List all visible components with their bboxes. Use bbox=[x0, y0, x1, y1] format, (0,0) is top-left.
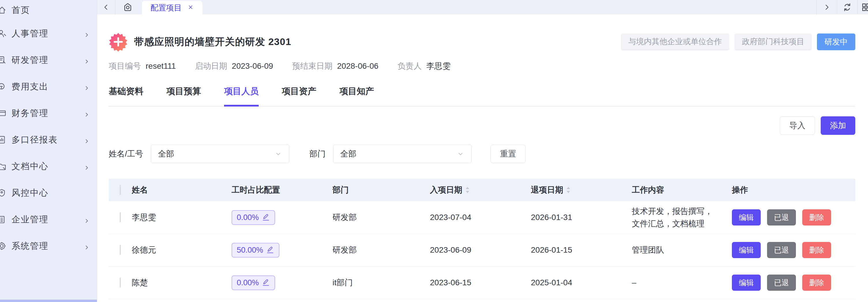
shield-eye-icon bbox=[0, 188, 7, 198]
tab-ip[interactable]: 项目知产 bbox=[339, 85, 374, 106]
tab-label: 配置项目 bbox=[151, 3, 182, 13]
sidebar-item-label: 系统管理 bbox=[11, 240, 49, 252]
sidebar-item-finance[interactable]: 财务管理 bbox=[0, 100, 97, 127]
chevron-down-icon bbox=[275, 150, 282, 158]
sidebar-item-label: 人事管理 bbox=[11, 28, 49, 39]
sidebar-item-home[interactable]: 首页 bbox=[0, 0, 97, 20]
delete-button[interactable]: 删除 bbox=[802, 242, 831, 258]
chevron-right-icon bbox=[84, 216, 90, 223]
project-header: 带感应照明的墙壁开关的研发 2301 与境内其他企业或单位合作 政府部门科技项目… bbox=[109, 32, 855, 51]
sidebar-item-hr[interactable]: 人事管理 bbox=[0, 20, 97, 47]
sidebar-item-rnd[interactable]: 研发管理 bbox=[0, 47, 97, 73]
sidebar-item-docs[interactable]: 文档中心 bbox=[0, 153, 97, 180]
tab-budget[interactable]: 项目预算 bbox=[166, 85, 201, 106]
close-icon[interactable] bbox=[187, 4, 194, 11]
select-all-checkbox[interactable] bbox=[120, 185, 121, 195]
status-badge: 研发中 bbox=[817, 33, 855, 50]
sidebar-item-system[interactable]: 系统管理 bbox=[0, 233, 97, 259]
tab-assets[interactable]: 项目资产 bbox=[282, 85, 316, 106]
dept-filter-value: 全部 bbox=[340, 148, 356, 159]
member-name: 徐德元 bbox=[132, 245, 231, 255]
row-checkbox[interactable] bbox=[120, 277, 121, 287]
main-content: 带感应照明的墙壁开关的研发 2301 与境内其他企业或单位合作 政府部门科技项目… bbox=[97, 15, 868, 302]
pencil-icon bbox=[266, 246, 274, 254]
percent-edit-pill[interactable]: 0.00% bbox=[231, 210, 275, 225]
folder-icon bbox=[0, 161, 7, 171]
work-content: 技术开发，报告撰写， 文件汇总，文档梳理 bbox=[632, 205, 732, 230]
percent-edit-pill[interactable]: 0.00% bbox=[231, 275, 275, 290]
project-code: reset111 bbox=[146, 61, 176, 71]
col-hours-percent: 工时占比配置 bbox=[231, 185, 333, 195]
home-tab-button[interactable] bbox=[115, 0, 140, 15]
join-date: 2023-06-09 bbox=[430, 245, 531, 255]
tab-basic-info[interactable]: 基础资料 bbox=[109, 85, 143, 106]
row-actions: 编辑 已退 删除 bbox=[732, 275, 855, 291]
join-date: 2023-06-15 bbox=[430, 278, 531, 287]
work-content: 管理团队 bbox=[632, 244, 732, 256]
member-dept: it部门 bbox=[333, 277, 430, 288]
pencil-icon bbox=[262, 213, 270, 221]
add-button[interactable]: 添加 bbox=[821, 116, 855, 135]
exit-date: 2026-01-31 bbox=[531, 213, 632, 222]
row-checkbox[interactable] bbox=[120, 212, 121, 222]
sidebar-item-label: 文档中心 bbox=[11, 161, 49, 172]
members-table: 姓名 工时占比配置 部门 入项日期 退项日期 工作内容 操作 李思雯 0.00%… bbox=[109, 179, 855, 299]
expected-end-date: 2028-06-06 bbox=[337, 61, 378, 71]
name-filter-select[interactable]: 全部 bbox=[151, 145, 289, 163]
chevron-right-icon bbox=[84, 30, 90, 37]
percent-edit-pill[interactable]: 50.00% bbox=[231, 243, 279, 257]
tab-configure-project[interactable]: 配置项目 bbox=[142, 1, 203, 15]
project-meta: 项目编号reset111 启动日期2023-06-09 预结束日期2028-06… bbox=[109, 61, 855, 72]
sort-icon[interactable] bbox=[566, 186, 571, 194]
col-work: 工作内容 bbox=[632, 185, 732, 195]
cooperation-badge: 与境内其他企业或单位合作 bbox=[621, 33, 729, 50]
apps-grid-icon[interactable] bbox=[858, 0, 868, 15]
edit-button[interactable]: 编辑 bbox=[732, 242, 761, 258]
row-actions: 编辑 已退 删除 bbox=[732, 209, 855, 225]
sidebar-item-reports[interactable]: 多口径报表 bbox=[0, 127, 97, 153]
quit-button[interactable]: 已退 bbox=[767, 242, 796, 258]
row-actions: 编辑 已退 删除 bbox=[732, 242, 855, 258]
row-checkbox[interactable] bbox=[120, 245, 121, 255]
home-icon bbox=[0, 5, 7, 15]
col-name: 姓名 bbox=[132, 185, 231, 195]
person-icon bbox=[0, 29, 7, 38]
sidebar-item-label: 风控中心 bbox=[11, 187, 49, 199]
member-name: 李思雯 bbox=[132, 212, 231, 223]
pencil-icon bbox=[262, 279, 270, 287]
sort-icon[interactable] bbox=[465, 186, 470, 194]
dept-filter-select[interactable]: 全部 bbox=[333, 145, 471, 163]
quit-button[interactable]: 已退 bbox=[767, 209, 796, 225]
document-edit-icon bbox=[0, 55, 7, 65]
exit-date: 2026-01-15 bbox=[531, 245, 632, 255]
quit-button[interactable]: 已退 bbox=[767, 275, 796, 291]
sidebar-item-risk[interactable]: 风控中心 bbox=[0, 180, 97, 206]
chevron-right-icon bbox=[84, 57, 90, 63]
table-header-row: 姓名 工时占比配置 部门 入项日期 退项日期 工作内容 操作 bbox=[109, 179, 855, 201]
delete-button[interactable]: 删除 bbox=[802, 209, 831, 225]
chevron-right-icon bbox=[84, 83, 90, 90]
sidebar-item-label: 首页 bbox=[11, 4, 30, 16]
edit-button[interactable]: 编辑 bbox=[732, 275, 761, 291]
reset-button[interactable]: 重置 bbox=[491, 145, 526, 163]
member-dept: 研发部 bbox=[333, 212, 430, 223]
work-content: – bbox=[632, 276, 732, 289]
chevron-right-icon bbox=[84, 110, 90, 116]
table-row: 徐德元 50.00% 研发部 2023-06-09 2026-01-15 管理团… bbox=[109, 234, 855, 267]
edit-button[interactable]: 编辑 bbox=[732, 209, 761, 225]
import-button[interactable]: 导入 bbox=[780, 116, 815, 135]
meta-label: 负责人 bbox=[397, 61, 422, 72]
table-row: 李思雯 0.00% 研发部 2023-07-04 2026-01-31 技术开发… bbox=[109, 201, 855, 234]
exit-date: 2025-01-04 bbox=[531, 278, 632, 287]
sidebar-item-label: 费用支出 bbox=[11, 81, 49, 93]
sidebar-item-expense[interactable]: 费用支出 bbox=[0, 73, 97, 100]
refresh-icon[interactable] bbox=[837, 0, 857, 15]
project-badge-icon bbox=[109, 32, 128, 51]
forward-chevron-button[interactable] bbox=[817, 0, 837, 15]
chevron-right-icon bbox=[84, 137, 90, 143]
sidebar-item-enterprise[interactable]: 企业管理 bbox=[0, 206, 97, 233]
delete-button[interactable]: 删除 bbox=[802, 275, 831, 291]
tab-members[interactable]: 项目人员 bbox=[224, 85, 259, 107]
dept-filter-label: 部门 bbox=[309, 148, 326, 159]
back-chevron-button[interactable] bbox=[97, 0, 115, 15]
